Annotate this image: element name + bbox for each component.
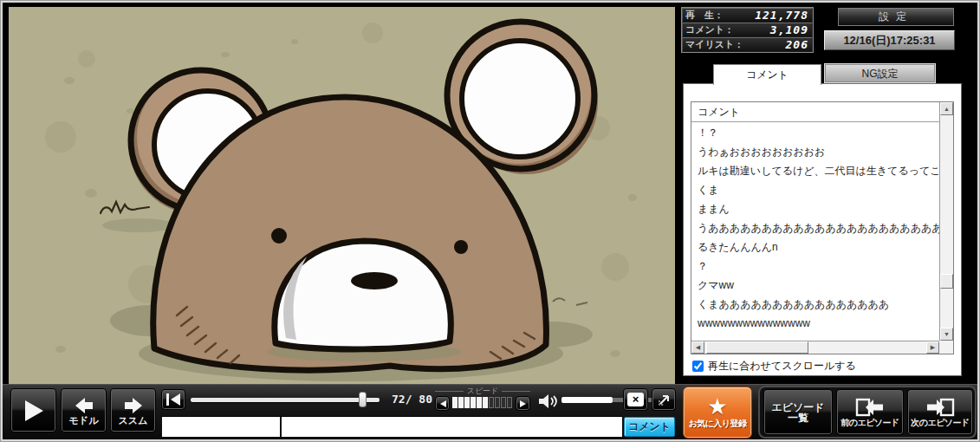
mylist-label: マイリスト： [683,38,743,51]
speed-segment [471,397,476,408]
forward-button[interactable]: ススム [110,388,156,432]
autoscroll-option: 再生に合わせてスクロールする [692,359,856,374]
speed-segment [458,397,464,408]
volume-fill [561,397,613,403]
speed-control: スピード [435,386,530,412]
skip-start-icon [164,393,183,406]
horizontal-scroll-thumb[interactable] [706,341,808,354]
forward-label: ススム [119,415,148,426]
arrow-right-icon [122,396,145,415]
autoscroll-checkbox[interactable] [692,361,704,372]
mylist-value: 206 [743,38,812,51]
comment-row[interactable]: るきたんんんんn [691,237,939,257]
speed-segment [483,397,488,408]
speed-label: スピード [435,386,530,397]
control-bar: モドル ススム 72/ 80 スピード [3,384,977,439]
views-value: 121,778 [724,9,812,22]
skip-to-start-button[interactable] [161,389,185,410]
views-label: 再 生： [683,9,724,22]
vertical-scroll-thumb[interactable] [940,274,953,289]
speed-segment [477,397,482,408]
star-icon: ★ [707,395,727,418]
comment-rows: ！？ うわぁおおおおおおおおお ルキは勘違いしてるけど、二代目は生きてるってこ … [691,123,939,341]
speed-segment [452,397,458,408]
fullscreen-button[interactable] [652,388,676,411]
autoscroll-label: 再生に合わせてスクロールする [708,359,856,374]
episode-list-button[interactable]: エピソード 一覧 [763,389,833,435]
prev-episode-icon [854,397,886,418]
comment-list-header: コメント [691,102,939,122]
back-button[interactable]: モドル [61,388,107,432]
vertical-scrollbar[interactable]: ▲ ▼ [939,102,953,341]
scrollbar-corner [939,341,953,354]
comment-toggle-button[interactable]: × [623,388,648,411]
favorite-button[interactable]: ★ お気に入り登録 [683,387,752,439]
seek-slider[interactable] [188,389,382,410]
speed-segments [452,397,512,408]
seek-thumb[interactable] [359,392,367,407]
comments-value: 3,109 [734,23,812,36]
tab-comment[interactable]: コメント [713,64,821,85]
episode-list-label-1: エピソード [771,402,824,413]
player-window: 再 生： 121,778 コメント： 3,109 マイリスト： 206 設定 1… [0,0,980,442]
prev-episode-button[interactable]: 前のエピソード [836,389,904,435]
bear-illustration [9,7,675,384]
speed-down-button[interactable] [435,396,450,411]
comment-row[interactable]: クマww [691,276,939,295]
comments-label: コメント： [683,23,734,36]
favorite-label: お気に入り登録 [688,418,746,430]
next-episode-icon [925,397,956,418]
comment-list: コメント ！？ うわぁおおおおおおおおお ルキは勘違いしてるけど、二代目は生きて… [691,101,954,354]
stat-row-mylist: マイリスト： 206 [682,37,813,52]
speed-segment [464,397,470,408]
speed-segment [507,397,512,408]
close-x-icon: × [627,393,644,406]
comment-row[interactable]: くま [691,180,939,199]
episode-list-label-2: 一覧 [788,413,808,423]
time-display: 72/ 80 [384,393,432,406]
comment-row[interactable]: wwwwwwwwwwwwwww [691,314,939,333]
comment-row[interactable]: ！？ [691,123,939,142]
stat-row-views: 再 生： 121,778 [682,8,813,23]
scroll-right-icon[interactable]: ▶ [926,341,939,354]
comment-command-input[interactable] [161,416,281,438]
play-button[interactable] [10,388,56,432]
horizontal-scrollbar[interactable]: ◀ ▶ [691,341,939,354]
seek-track[interactable] [191,398,380,402]
prev-episode-label: 前のエピソード [840,418,899,428]
arrow-left-icon [73,396,95,415]
datetime-display: 12/16(日)17:25:31 [824,30,955,50]
comment-row[interactable]: うああああああああああああああああああああああああ [691,218,939,237]
play-icon [23,399,45,423]
comment-submit-button[interactable]: コメント [624,417,675,437]
comment-row[interactable]: ？ [691,257,939,276]
video-area[interactable] [9,7,675,384]
expand-icon [657,393,672,407]
scroll-left-icon[interactable]: ◀ [691,341,704,354]
scroll-up-icon[interactable]: ▲ [940,102,953,115]
comment-text-input[interactable] [281,416,623,438]
comment-row[interactable]: ままん [691,199,939,218]
tab-ng-settings[interactable]: NG設定 [825,64,935,82]
speed-segment [501,397,506,408]
settings-button[interactable]: 設定 [838,8,954,26]
speed-segment [495,397,500,408]
back-label: モドル [69,415,99,426]
scroll-down-icon[interactable]: ▼ [940,328,953,341]
next-episode-label: 次のエピソード [911,418,970,428]
speed-segment [489,397,494,408]
comment-row[interactable]: ルキは勘違いしてるけど、二代目は生きてるってこ [691,161,939,180]
next-episode-button[interactable]: 次のエピソード [907,389,973,435]
comment-row[interactable]: くまああああああああああああああああ [691,295,939,314]
volume-slider[interactable] [561,398,664,402]
speed-down-icon [438,400,447,408]
comment-row[interactable]: うわぁおおおおおおおおお [691,142,939,161]
stat-row-comments: コメント： 3,109 [682,23,813,37]
speed-up-icon [519,400,528,408]
stats-box: 再 生： 121,778 コメント： 3,109 マイリスト： 206 [681,7,814,53]
speed-up-button[interactable] [516,396,530,411]
comment-panel: コメント ！？ うわぁおおおおおおおおお ルキは勘違いしてるけど、二代目は生きて… [684,84,961,375]
volume-icon[interactable] [537,393,558,413]
